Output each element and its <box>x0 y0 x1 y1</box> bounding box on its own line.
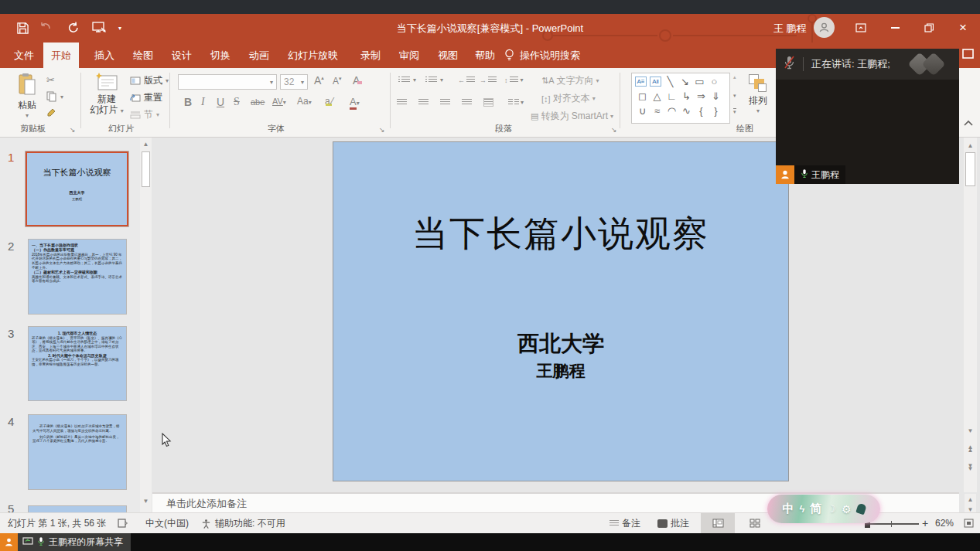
shape-gallery-scroll-down-icon[interactable]: ▾ <box>733 93 736 99</box>
tab-animations[interactable]: 动画 <box>241 43 277 68</box>
tell-me-search[interactable]: 操作说明搜索 <box>512 43 588 68</box>
align-right-icon[interactable] <box>440 99 450 106</box>
close-button[interactable]: × <box>950 16 976 39</box>
meeting-video-area[interactable]: 王鹏程 <box>776 80 959 184</box>
shape-arc-icon[interactable]: ◠ <box>664 104 679 118</box>
thumbnail-scrollbar[interactable]: ▲ ▼ <box>140 138 152 512</box>
slide-author[interactable]: 王鹏程 <box>333 360 788 382</box>
shape-elbow-arrow-icon[interactable]: ↳ <box>679 89 694 104</box>
shape-line-icon[interactable]: ╲ <box>663 74 678 89</box>
align-center-icon[interactable] <box>418 99 429 106</box>
share-status-tag[interactable]: 王鹏程的屏幕共享 <box>18 533 131 551</box>
shape-brace-right-icon[interactable]: } <box>709 104 723 118</box>
increase-font-icon[interactable]: A▴ <box>314 74 324 87</box>
shape-freeform-icon[interactable]: ∪ <box>635 104 650 118</box>
paste-button[interactable]: 粘贴 ▾ <box>11 73 43 124</box>
cut-icon[interactable]: ✂ <box>46 74 55 86</box>
thumbnail-scroll-down-icon[interactable]: ▼ <box>140 498 152 505</box>
restore-button[interactable] <box>916 16 942 39</box>
character-spacing-icon[interactable]: AV▾ <box>272 97 286 106</box>
tab-draw[interactable]: 绘图 <box>125 43 161 68</box>
distribute-icon[interactable] <box>483 99 493 107</box>
format-painter-icon[interactable] <box>46 107 56 121</box>
notes-scroll-up-icon[interactable]: ▲ <box>965 494 976 505</box>
arrange-button[interactable]: 排列 ▾ <box>743 73 773 124</box>
underline-button[interactable]: U <box>217 96 224 108</box>
line-spacing-icon[interactable]: ↕▾ <box>504 77 524 84</box>
ime-chinese-mode[interactable]: 中 <box>782 502 794 516</box>
thumbnail-slide-4[interactable]: 迟子建的《烟火漫卷》以哈尔滨这座城市为背景，烟火气中写尽人间悲欢，温情与苍凉交织… <box>29 415 126 489</box>
thumbnail-slide-5[interactable] <box>29 506 126 512</box>
shape-gallery-more-icon[interactable]: ▾ <box>733 108 736 115</box>
paragraph-dialog-launcher-icon[interactable]: ↘ <box>611 126 617 134</box>
shape-gallery[interactable]: A≡ A‖ ╲ ↘ ▭ ○ ◻ △ ∟ ↳ ⇒ ⇓ ∪ ≈ ◠ ∿ { <box>631 73 730 124</box>
tab-transitions[interactable]: 切换 <box>203 43 238 68</box>
fit-to-window-icon[interactable] <box>964 513 974 533</box>
tab-help[interactable]: 帮助 <box>467 43 503 68</box>
notes-toggle[interactable]: 备注 <box>610 513 640 533</box>
avatar[interactable] <box>814 17 835 38</box>
tab-insert[interactable]: 插入 <box>87 43 122 68</box>
ime-simplified-mode[interactable]: 简 <box>810 502 821 516</box>
scrollbar-thumb[interactable] <box>965 152 975 186</box>
tab-file[interactable]: 文件 <box>6 43 42 68</box>
ime-toolbar[interactable]: 中 ϟ 简 ☽ ⚙ <box>767 495 880 523</box>
copy-dropdown-icon[interactable]: ▾ <box>60 94 63 100</box>
change-case-icon[interactable]: Aa▾ <box>297 96 312 107</box>
meeting-overlay[interactable]: 正在讲话: 王鹏程; 王鹏程 <box>776 49 959 184</box>
italic-button[interactable]: I <box>201 96 205 108</box>
strikethrough-button[interactable]: S <box>234 96 240 108</box>
thumbnail-scrollbar-thumb[interactable] <box>142 151 150 187</box>
ime-settings-gear-icon[interactable]: ⚙ <box>842 503 852 515</box>
font-color-icon[interactable]: A▾ <box>350 96 360 107</box>
clipboard-dialog-launcher-icon[interactable]: ↘ <box>70 126 76 134</box>
slide-canvas[interactable]: 当下长篇小说观察 西北大学 王鹏程 <box>152 138 959 492</box>
tab-home[interactable]: 开始 <box>43 43 79 68</box>
shape-rectangle-icon[interactable]: ▭ <box>692 74 707 89</box>
ime-shuangpin-icon[interactable]: ϟ <box>799 503 804 515</box>
accessibility-status[interactable]: 辅助功能: 不可用 <box>215 513 285 533</box>
shape-gallery-scroll-up-icon[interactable]: ▴ <box>733 74 736 80</box>
thumbnail-slide-1[interactable]: 当下长篇小说观察 西北大学 王鹏程 <box>26 151 128 226</box>
scroll-up-icon[interactable]: ▲ <box>965 140 976 151</box>
new-slide-button[interactable]: 新建 幻灯片 ▾ <box>87 73 127 124</box>
tab-design[interactable]: 设计 <box>164 43 200 68</box>
next-slide-icon[interactable]: ▼▼ <box>965 462 976 473</box>
bold-button[interactable]: B <box>184 96 192 108</box>
text-shadow-button[interactable]: abe <box>251 97 265 107</box>
account-user-name[interactable]: 王 鹏程 <box>773 22 807 36</box>
textbox-vertical-icon[interactable]: A‖ <box>650 77 661 87</box>
shape-brace-left-icon[interactable]: { <box>694 104 709 118</box>
vertical-scrollbar[interactable] <box>964 138 977 492</box>
clear-formatting-icon[interactable]: A <box>353 74 362 87</box>
slide-sorter-view-button[interactable] <box>739 513 770 533</box>
tab-review[interactable]: 审阅 <box>391 43 427 68</box>
ime-night-mode-icon[interactable]: ☽ <box>827 503 836 515</box>
ribbon-display-options-icon[interactable] <box>848 16 874 39</box>
thumbnail-slide-3[interactable]: 1. 现代都市之人情世态 迟子建的《烟火漫卷》、贾平凹的《暂坐》、滕肖澜的《心居… <box>29 327 126 400</box>
justify-icon[interactable] <box>462 99 472 106</box>
slide-title[interactable]: 当下长篇小说观察 <box>333 210 788 258</box>
textbox-horizontal-icon[interactable]: A≡ <box>635 77 647 87</box>
numbering-icon[interactable]: ▾ <box>425 77 443 83</box>
decrease-indent-icon[interactable]: ← <box>458 77 475 84</box>
layout-button[interactable]: 版式▾ <box>130 74 169 87</box>
thumbnail-slide-2[interactable]: 一、当下长篇小说创作现状 （一）作品数量非常可观 2018年长篇小说的出版数量已… <box>29 240 126 314</box>
language-indicator[interactable]: 中文(中国) <box>145 513 189 533</box>
shape-triangle-icon[interactable]: △ <box>650 89 664 104</box>
font-dialog-launcher-icon[interactable]: ↘ <box>379 126 385 134</box>
shape-scribble-icon[interactable]: ≈ <box>650 104 664 118</box>
font-name-combo[interactable]: ▾ <box>178 74 277 90</box>
shape-block-arrow-down-icon[interactable]: ⇓ <box>709 89 723 104</box>
zoom-level[interactable]: 62% <box>935 513 954 533</box>
columns-icon[interactable]: ▾ <box>508 99 524 106</box>
collapse-ribbon-icon[interactable] <box>963 116 974 124</box>
shape-curve-icon[interactable]: ∿ <box>679 104 694 118</box>
normal-view-button[interactable] <box>701 513 735 533</box>
tab-view[interactable]: 视图 <box>430 43 466 68</box>
zoom-slider[interactable] <box>865 523 919 525</box>
shape-elbow-icon[interactable]: ∟ <box>664 89 679 104</box>
copy-icon[interactable] <box>46 91 56 105</box>
slide-org[interactable]: 西北大学 <box>333 329 788 359</box>
highlight-color-icon[interactable]: a⁄ <box>325 96 333 107</box>
